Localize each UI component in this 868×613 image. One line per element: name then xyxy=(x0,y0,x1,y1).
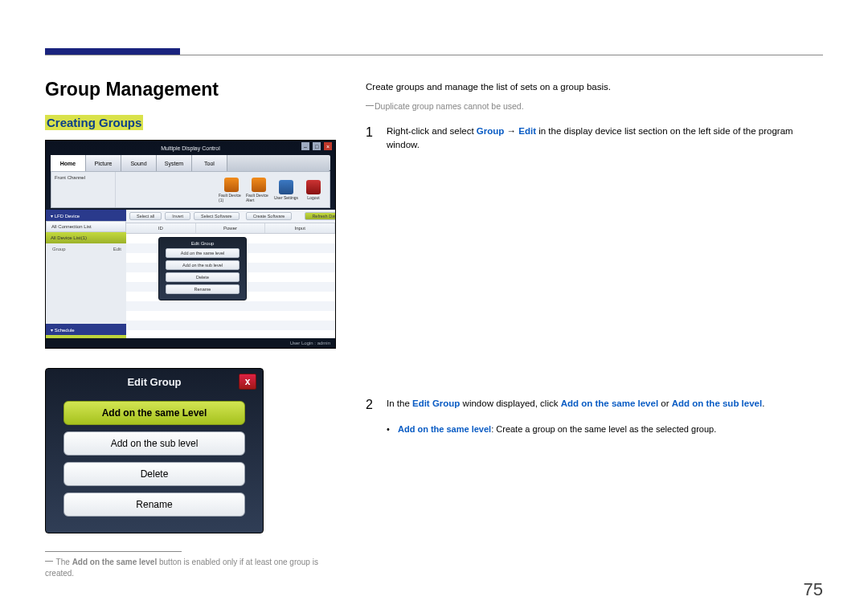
popup-delete[interactable]: Delete xyxy=(166,272,240,282)
tab-sound[interactable]: Sound xyxy=(121,155,157,171)
step-2: 2 In the Edit Group window displayed, cl… xyxy=(366,395,823,415)
dialog-add-sub-button[interactable]: Add on the sub level xyxy=(63,431,245,456)
dash-icon xyxy=(45,561,53,562)
bullet-same-level: • Add on the same level: Create a group … xyxy=(387,423,823,436)
ss1-ribbon: Front Channel Fault Device (1) Fault Dev… xyxy=(51,171,330,208)
right-column: Create groups and manage the list of set… xyxy=(366,80,823,435)
edit-group-dialog: Edit Group x Add on the same Level Add o… xyxy=(45,368,264,533)
window-buttons: – □ × xyxy=(301,142,332,150)
manual-page: Group Management Creating Groups Multipl… xyxy=(0,0,868,613)
btn-selectsw[interactable]: Select Software xyxy=(194,212,240,220)
step-1: 1 Right-click and select Group → Edit in… xyxy=(366,123,823,153)
popup-rename[interactable]: Rename xyxy=(166,284,240,294)
page-number: 75 xyxy=(804,579,823,600)
fault-device-alert-icon[interactable]: Fault Device Alert xyxy=(246,178,272,202)
ss1-window-title: Multiple Display Control xyxy=(46,145,335,151)
footnote-rule xyxy=(45,551,182,552)
dialog-titlebar: Edit Group x xyxy=(46,369,263,394)
dialog-title: Edit Group xyxy=(127,376,181,388)
dash-icon xyxy=(366,105,374,106)
sb-head-schedule[interactable]: ▾ Schedule xyxy=(46,324,126,335)
note-duplicate: Duplicate group names cannot be used. xyxy=(366,100,823,113)
step-2-body: In the Edit Group window displayed, clic… xyxy=(387,395,823,415)
step-2-number: 2 xyxy=(366,395,387,415)
ss1-footer: User Login : admin xyxy=(46,338,335,348)
ss1-sidebar: ▾ LFD Device All Connection List All Dev… xyxy=(46,210,126,338)
sb-all-connection[interactable]: All Connection List xyxy=(46,221,126,232)
popup-add-same[interactable]: Add on the same level xyxy=(166,248,240,258)
maximize-icon[interactable]: □ xyxy=(313,142,321,150)
popup-add-sub[interactable]: Add on the sub level xyxy=(166,260,240,270)
ss1-grid: Edit Group Add on the same level Add on … xyxy=(126,234,335,346)
left-column: Group Management Creating Groups Multipl… xyxy=(45,79,342,579)
ss1-action-row: Select all Invert Select Software Create… xyxy=(126,210,335,223)
ribbon-left: Front Channel xyxy=(51,172,116,207)
dialog-close-icon[interactable]: x xyxy=(239,374,256,390)
step-1-body: Right-click and select Group → Edit in t… xyxy=(387,123,823,153)
btn-refresh[interactable]: Refresh Data xyxy=(305,212,336,220)
sb-group-row[interactable]: GroupEdit xyxy=(46,243,126,255)
footnote: The Add on the same level button is enab… xyxy=(45,557,342,579)
minimize-icon[interactable]: – xyxy=(301,142,309,150)
btn-createsw[interactable]: Create Software xyxy=(246,212,293,220)
top-rule xyxy=(45,55,823,55)
sb-head-lfd[interactable]: ▾ LFD Device xyxy=(46,210,126,221)
fault-device-icon[interactable]: Fault Device (1) xyxy=(219,178,244,202)
ss1-main: Select all Invert Select Software Create… xyxy=(126,210,335,338)
close-icon[interactable]: × xyxy=(324,142,332,150)
col-id: ID xyxy=(126,223,196,233)
bullet-body: Add on the same level: Create a group on… xyxy=(398,423,716,436)
intro-text: Create groups and manage the list of set… xyxy=(366,80,823,94)
col-input: Input xyxy=(265,223,335,233)
ribbon-right: Fault Device (1) Fault Device Alert User… xyxy=(116,172,330,207)
subsection-title: Creating Groups xyxy=(45,115,143,130)
dialog-add-same-button[interactable]: Add on the same Level xyxy=(63,401,245,425)
accent-bar xyxy=(45,48,180,55)
tab-picture[interactable]: Picture xyxy=(86,155,121,171)
edit-group-popup-small: Edit Group Add on the same level Add on … xyxy=(158,237,247,300)
section-title: Group Management xyxy=(45,79,342,100)
ss1-tabbar: Home Picture Sound System Tool xyxy=(51,155,330,171)
screenshot-mdc-window: Multiple Display Control – □ × Home Pict… xyxy=(45,140,336,349)
dialog-rename-button[interactable]: Rename xyxy=(63,492,245,517)
bullet-icon: • xyxy=(387,423,398,436)
tab-home[interactable]: Home xyxy=(51,155,86,171)
tab-system[interactable]: System xyxy=(157,155,192,171)
btn-invert[interactable]: Invert xyxy=(165,212,190,220)
tab-tool[interactable]: Tool xyxy=(192,155,227,171)
ss1-columns: ID Power Input xyxy=(126,223,335,234)
dialog-delete-button[interactable]: Delete xyxy=(63,462,245,486)
popup-title: Edit Group xyxy=(162,241,243,246)
logout-icon[interactable]: Logout xyxy=(301,180,326,200)
col-power: Power xyxy=(196,223,266,233)
btn-selectall[interactable]: Select all xyxy=(129,212,162,220)
step-1-number: 1 xyxy=(366,123,387,153)
sb-all-device[interactable]: All Device List(1) xyxy=(46,232,126,243)
user-settings-icon[interactable]: User Settings xyxy=(273,180,299,200)
